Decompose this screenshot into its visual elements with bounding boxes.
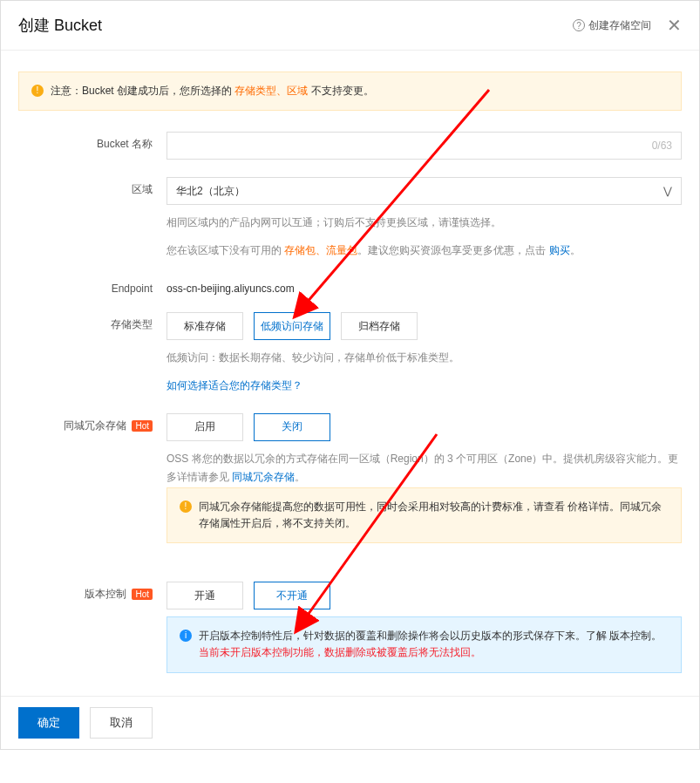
alert-text-suffix: 不支持变更。 xyxy=(311,85,374,97)
warning-icon: ! xyxy=(180,500,192,513)
versioning-link[interactable]: 版本控制 xyxy=(609,630,651,642)
region-help2-pre: 您在该区域下没有可用的 xyxy=(167,244,284,256)
question-icon: ? xyxy=(573,19,585,31)
close-icon[interactable]: ✕ xyxy=(667,15,682,36)
bucket-name-input[interactable] xyxy=(176,140,672,152)
hot-badge: Hot xyxy=(132,589,153,600)
versioning-enable-option[interactable]: 开通 xyxy=(167,582,243,609)
cancel-button[interactable]: 取消 xyxy=(90,707,153,739)
alert-highlight: 存储类型、区域 xyxy=(234,85,310,97)
region-label: 区域 xyxy=(132,182,153,197)
help-link[interactable]: ? 创建存储空间 xyxy=(573,18,651,33)
storage-standard-option[interactable]: 标准存储 xyxy=(167,312,243,340)
redundancy-label: 同城冗余存储 xyxy=(64,419,126,433)
redundancy-enable-option[interactable]: 启用 xyxy=(167,413,243,441)
endpoint-value: oss-cn-beijing.aliyuncs.com xyxy=(167,277,682,295)
region-help2-post: 。建议您购买资源包享受更多优惠，点击 xyxy=(357,244,548,256)
versioning-disable-option[interactable]: 不开通 xyxy=(254,582,330,609)
char-count: 0/63 xyxy=(652,140,672,152)
versioning-alert-red: 当前未开启版本控制功能，数据删除或被覆盖后将无法找回。 xyxy=(199,646,481,658)
ok-button[interactable]: 确定 xyxy=(18,707,79,739)
redundancy-disable-option[interactable]: 关闭 xyxy=(254,413,330,441)
alert-text-prefix: 注意：Bucket 创建成功后，您所选择的 xyxy=(51,85,234,97)
versioning-alert-sep: 。 xyxy=(651,630,662,642)
region-value: 华北2（北京） xyxy=(176,184,245,199)
region-select[interactable]: 华北2（北京） ⋁ xyxy=(167,177,682,205)
form-scroll-area[interactable]: ! 注意：Bucket 创建成功后，您所选择的 存储类型、区域 不支持变更。 B… xyxy=(1,51,699,696)
endpoint-label: Endpoint xyxy=(112,283,153,295)
storage-type-link[interactable]: 如何选择适合您的存储类型？ xyxy=(167,379,302,392)
redundancy-help-link[interactable]: 同城冗余存储 xyxy=(232,471,295,483)
buy-link[interactable]: 购买 xyxy=(549,244,570,256)
top-warning-alert: ! 注意：Bucket 创建成功后，您所选择的 存储类型、区域 不支持变更。 xyxy=(18,71,682,111)
redundancy-alert-pre: 同城冗余存储能提高您的数据可用性，同时会采用相对较高的计费标准，请查看 xyxy=(199,500,567,513)
region-help2-hl: 存储包、流量包 xyxy=(284,244,357,256)
info-icon: i xyxy=(180,630,192,642)
versioning-label: 版本控制 xyxy=(85,587,126,602)
bucket-name-input-wrap: 0/63 xyxy=(167,132,682,160)
bucket-name-label: Bucket 名称 xyxy=(97,137,153,152)
storage-type-help: 低频访问：数据长期存储、较少访问，存储单价低于标准类型。 xyxy=(167,349,682,368)
price-details-link[interactable]: 价格详情 xyxy=(567,500,609,513)
storage-type-label: 存储类型 xyxy=(111,317,153,332)
versioning-alert-pre: 开启版本控制特性后，针对数据的覆盖和删除操作将会以历史版本的形式保存下来。了解 xyxy=(199,630,609,642)
help-link-label: 创建存储空间 xyxy=(588,18,651,33)
region-help-1: 相同区域内的产品内网可以互通；订购后不支持更换区域，请谨慎选择。 xyxy=(167,214,682,233)
panel-title: 创建 Bucket xyxy=(18,15,102,36)
hot-badge: Hot xyxy=(132,420,153,432)
chevron-down-icon: ⋁ xyxy=(663,185,672,197)
storage-archive-option[interactable]: 归档存储 xyxy=(341,312,418,340)
storage-infrequent-option[interactable]: 低频访问存储 xyxy=(254,312,330,340)
warning-icon: ! xyxy=(31,85,44,97)
